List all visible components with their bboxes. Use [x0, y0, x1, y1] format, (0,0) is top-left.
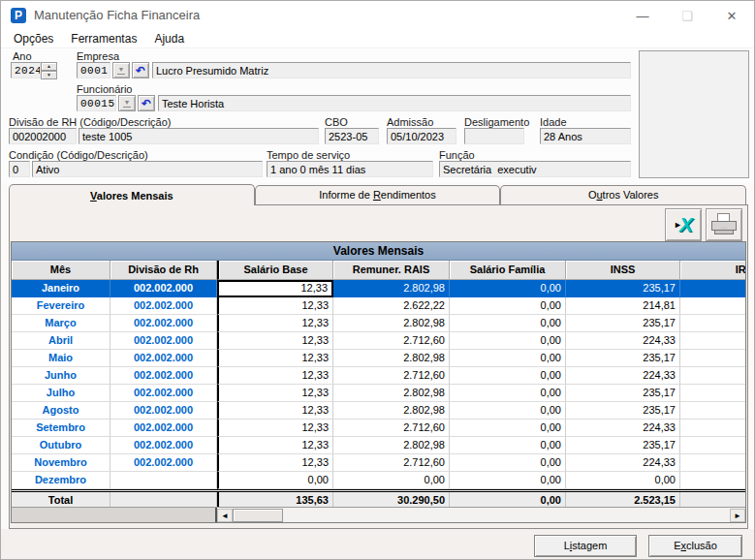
cell-remuner_rais[interactable]: 2.802,98: [333, 437, 450, 454]
cell-remuner_rais[interactable]: 0,00: [333, 472, 450, 489]
cell-irrf[interactable]: [680, 437, 746, 454]
cell-irrf[interactable]: [680, 350, 746, 367]
cell-remuner_rais[interactable]: 2.712,60: [333, 332, 450, 350]
funcao-field[interactable]: Secretária executiv: [439, 161, 631, 177]
minimize-icon[interactable]: —: [620, 1, 665, 30]
funcionario-undo-button[interactable]: ↶: [138, 95, 155, 111]
cell-inss[interactable]: 214,81: [566, 297, 680, 315]
cell-salario_base[interactable]: 0,00: [217, 472, 333, 489]
cell-salario_familia[interactable]: 0,00: [450, 420, 566, 437]
cell-inss[interactable]: 235,17: [566, 385, 680, 402]
cell-remuner_rais[interactable]: 2.712,60: [333, 454, 450, 472]
cell-salario_base[interactable]: 12,33: [217, 420, 333, 437]
funcionario-code-field[interactable]: 00015: [77, 95, 116, 111]
cell-salario_familia[interactable]: 0,00: [450, 385, 566, 402]
cell-salario_base[interactable]: 12,33: [217, 367, 333, 385]
ano-spinner[interactable]: ▲ ▼: [41, 62, 57, 78]
cell-irrf[interactable]: [680, 420, 746, 437]
cell-salario_base[interactable]: 12,33: [217, 297, 333, 315]
divisao-rh-desc-field[interactable]: teste 1005: [79, 128, 319, 144]
print-button[interactable]: ...: [706, 208, 742, 241]
cell-irrf[interactable]: [680, 402, 746, 420]
cell-inss[interactable]: 235,17: [566, 402, 680, 420]
cell-month[interactable]: Maio: [12, 350, 110, 367]
cell-irrf[interactable]: [680, 297, 746, 315]
cell-salario_familia[interactable]: 0,00: [450, 472, 566, 489]
cell-month[interactable]: Março: [12, 315, 110, 332]
tab-outros-valores[interactable]: Outros Valores: [500, 185, 746, 204]
cell-salario_familia[interactable]: 0,00: [450, 280, 566, 297]
cell-remuner_rais[interactable]: 2.622,22: [333, 297, 450, 315]
cell-salario_familia[interactable]: 0,00: [450, 350, 566, 367]
cell-remuner_rais[interactable]: 2.802,98: [333, 350, 450, 367]
listagem-button[interactable]: Listagem: [534, 535, 637, 557]
cell-division[interactable]: 002.002.000: [110, 402, 217, 420]
grid-row-9[interactable]: Outubro002.002.00012,332.802,980,00235,1…: [12, 437, 745, 454]
cell-division[interactable]: 002.002.000: [110, 454, 217, 472]
cell-month[interactable]: Outubro: [12, 437, 110, 454]
exclusao-button[interactable]: Exclusão: [648, 535, 742, 557]
maximize-icon[interactable]: ❑: [665, 1, 709, 30]
cell-division[interactable]: 002.002.000: [110, 315, 217, 332]
cell-salario_base[interactable]: 12,33: [217, 385, 333, 402]
grid-row-4[interactable]: Maio002.002.00012,332.802,980,00235,17: [12, 350, 745, 367]
cell-month[interactable]: Agosto: [12, 402, 110, 420]
condicao-code-field[interactable]: 0: [9, 161, 30, 177]
cell-salario_base[interactable]: 12,33: [217, 332, 333, 350]
cell-month[interactable]: Abril: [12, 332, 110, 350]
cell-irrf[interactable]: [680, 472, 746, 489]
cell-remuner_rais[interactable]: 2.802,98: [333, 385, 450, 402]
grid-row-3[interactable]: Abril002.002.00012,332.712,600,00224,33: [12, 332, 745, 350]
cell-salario_base[interactable]: 12,33: [217, 315, 333, 332]
funcionario-lookup-button[interactable]: ▼: [118, 95, 136, 111]
export-excel-button[interactable]: ►X: [665, 208, 702, 241]
grid-row-1[interactable]: Fevereiro002.002.00012,332.622,220,00214…: [12, 297, 745, 315]
grid-row-5[interactable]: Junho002.002.00012,332.712,600,00224,33: [12, 367, 745, 385]
empresa-code-field[interactable]: 0001: [77, 62, 110, 78]
funcionario-name-field[interactable]: Teste Horista: [158, 95, 631, 111]
cell-salario_base[interactable]: 12,33: [217, 350, 333, 367]
tempo-servico-field[interactable]: 1 ano 0 mês 11 dias: [267, 161, 433, 177]
menu-ferramentas[interactable]: Ferramentas: [62, 30, 145, 47]
grid-row-6[interactable]: Julho002.002.00012,332.802,980,00235,17: [12, 385, 745, 402]
cell-remuner_rais[interactable]: 2.712,60: [333, 420, 450, 437]
empresa-name-field[interactable]: Lucro Presumido Matriz: [152, 62, 631, 78]
cell-month[interactable]: Junho: [12, 367, 110, 385]
idade-field[interactable]: 28 Anos: [540, 128, 631, 144]
cell-irrf[interactable]: [680, 385, 746, 402]
grid-row-7[interactable]: Agosto002.002.00012,332.802,980,00235,17: [12, 402, 745, 420]
cell-division[interactable]: [110, 472, 217, 489]
cell-inss[interactable]: 224,33: [566, 420, 680, 437]
cell-remuner_rais[interactable]: 2.802,98: [333, 315, 450, 332]
ano-field[interactable]: 2024: [11, 62, 41, 78]
empresa-lookup-button[interactable]: ▼: [112, 62, 130, 78]
cell-inss[interactable]: 224,33: [566, 332, 680, 350]
cell-remuner_rais[interactable]: 2.802,98: [333, 402, 450, 420]
condicao-desc-field[interactable]: Ativo: [32, 161, 263, 177]
cell-salario_base[interactable]: 12,33: [217, 402, 333, 420]
tab-valores-mensais[interactable]: Valores Mensais: [9, 184, 255, 205]
cell-irrf[interactable]: [680, 280, 746, 297]
cell-division[interactable]: 002.002.000: [110, 280, 217, 297]
cell-salario_familia[interactable]: 0,00: [450, 437, 566, 454]
cell-inss[interactable]: 235,17: [566, 350, 680, 367]
cbo-field[interactable]: 2523-05: [325, 128, 379, 144]
cell-inss[interactable]: 0,00: [566, 472, 680, 489]
cell-irrf[interactable]: [680, 315, 746, 332]
cell-month[interactable]: Julho: [12, 385, 110, 402]
divisao-rh-code-field[interactable]: 002002000: [9, 128, 77, 144]
cell-inss[interactable]: 224,33: [566, 454, 680, 472]
cell-irrf[interactable]: [680, 454, 746, 472]
menu-ajuda[interactable]: Ajuda: [145, 30, 193, 47]
cell-salario_familia[interactable]: 0,00: [450, 332, 566, 350]
cell-salario_familia[interactable]: 0,00: [450, 402, 566, 420]
grid-row-2[interactable]: Março002.002.00012,332.802,980,00235,17: [12, 315, 745, 332]
cell-division[interactable]: 002.002.000: [110, 437, 217, 454]
grid-row-8[interactable]: Setembro002.002.00012,332.712,600,00224,…: [12, 420, 745, 437]
cell-inss[interactable]: 235,17: [566, 437, 680, 454]
cell-month[interactable]: Janeiro: [12, 280, 110, 297]
scrollbar-thumb[interactable]: [233, 509, 283, 522]
cell-irrf[interactable]: [680, 332, 746, 350]
close-icon[interactable]: ✕: [709, 1, 754, 30]
cell-month[interactable]: Novembro: [12, 454, 110, 472]
